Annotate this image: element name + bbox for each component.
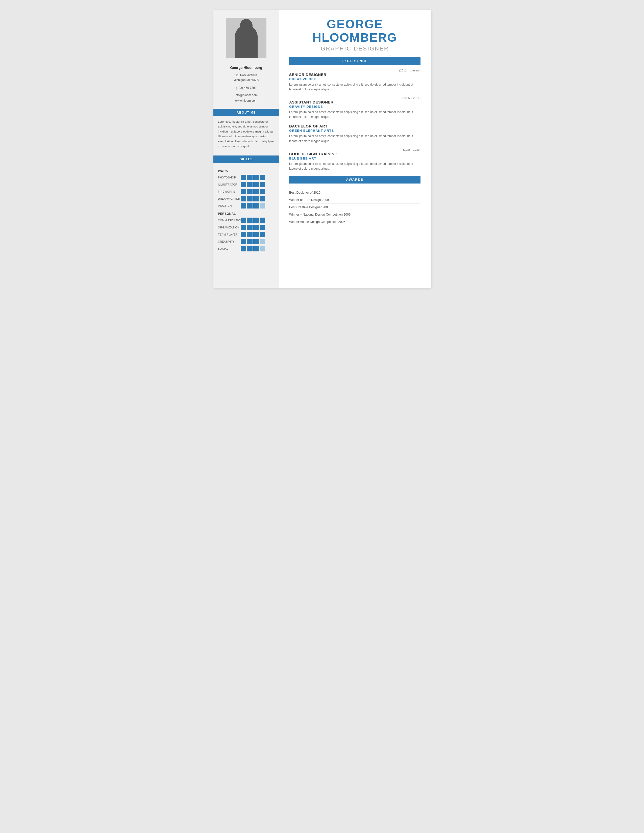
address-line1: 123 Park Avenue, bbox=[234, 74, 258, 77]
bar-filled bbox=[241, 246, 246, 251]
skill-bars bbox=[241, 246, 265, 251]
main-content: GEORGE HLOOMBERG GRAPHIC DESIGNER EXPERI… bbox=[279, 10, 431, 288]
skill-bars bbox=[241, 196, 265, 201]
skill-label: TEAM PLAYER bbox=[218, 233, 241, 236]
bar-filled bbox=[241, 225, 246, 230]
skill-label: INDESIGN bbox=[218, 204, 241, 207]
awards-list: Best Designer of 2010Winner of Euro Desi… bbox=[289, 188, 420, 227]
about-text: Loremipsumdolor sit amet, consectetur ad… bbox=[213, 116, 279, 152]
bar-filled bbox=[259, 182, 265, 187]
bar-filled bbox=[253, 189, 259, 195]
personal-skills: COMMUNICATIONORGANIZATIONTEAM PLAYERCREA… bbox=[218, 217, 275, 251]
skill-label: FIREWORKS bbox=[218, 190, 241, 193]
experience-item: BACHELOR OF ARTGREEN ELEPHANT ARTSLorem … bbox=[289, 124, 420, 143]
skill-bars bbox=[241, 217, 265, 223]
experience-title: COOL DESIGN TRAINING bbox=[289, 152, 420, 156]
award-item: Winner of Euro Design 2009 bbox=[289, 196, 420, 204]
skill-bars bbox=[241, 232, 265, 237]
experience-company: BLUE BEE ART bbox=[289, 156, 420, 160]
experience-list: (2011 – present)SENIOR DESIGNERCREATIVE … bbox=[289, 69, 420, 171]
sidebar-address: 123 Park Avenue, Michigan MI 60689 bbox=[228, 71, 264, 85]
bar-filled bbox=[247, 189, 253, 195]
experience-desc: Lorem ipsum dolor sit amet, consectetur … bbox=[289, 134, 420, 143]
bar-filled bbox=[253, 239, 259, 244]
skills-section: WORK PHOTOSHOPILLUSTRATORFIREWORKSDREAMW… bbox=[213, 163, 279, 253]
experience-item: (2011 – present)SENIOR DESIGNERCREATIVE … bbox=[289, 69, 420, 92]
skill-row: SOCIAL bbox=[218, 246, 275, 251]
experience-company: CREATIVE BEE bbox=[289, 77, 420, 81]
bar-filled bbox=[253, 246, 259, 251]
bar-filled bbox=[253, 232, 259, 237]
bar-filled bbox=[259, 189, 265, 195]
experience-date: (2011 – present) bbox=[289, 69, 420, 72]
main-last-name: HLOOMBERG bbox=[289, 31, 420, 44]
award-item: Winner – National Design Competition 200… bbox=[289, 211, 420, 218]
skill-row: PHOTOSHOP bbox=[218, 175, 275, 180]
skill-row: DREAMWEAVER bbox=[218, 196, 275, 201]
skill-label: COMMUNICATION bbox=[218, 219, 241, 222]
experience-company: GREEN ELEPHANT ARTS bbox=[289, 129, 420, 132]
skill-bars bbox=[241, 225, 265, 230]
skill-bars bbox=[241, 189, 265, 195]
experience-date: (1988 - 1989) bbox=[289, 148, 420, 151]
skill-row: CREATIVITY bbox=[218, 239, 275, 244]
avatar-silhouette bbox=[235, 25, 258, 58]
bar-filled bbox=[241, 175, 246, 180]
address-line2: Michigan MI 60689 bbox=[233, 78, 259, 82]
skill-row: COMMUNICATION bbox=[218, 217, 275, 223]
work-skills: PHOTOSHOPILLUSTRATORFIREWORKSDREAMWEAVER… bbox=[218, 175, 275, 209]
bar-filled bbox=[247, 182, 253, 187]
bar-filled bbox=[247, 225, 253, 230]
about-me-header: ABOUT ME bbox=[213, 109, 279, 116]
experience-title: ASSISTANT DESIGNER bbox=[289, 100, 420, 104]
skill-bars bbox=[241, 175, 265, 180]
experience-desc: Lorem ipsum dolor sit amet, consectetur … bbox=[289, 110, 420, 119]
bar-empty bbox=[259, 239, 265, 244]
bar-empty bbox=[259, 246, 265, 251]
experience-item: (2005 – 2011)ASSISTANT DESIGNERGRAVITY D… bbox=[289, 96, 420, 119]
bar-filled bbox=[247, 232, 253, 237]
resume-container: George Hloomberg 123 Park Avenue, Michig… bbox=[213, 10, 431, 288]
skill-bars bbox=[241, 203, 265, 209]
bar-filled bbox=[241, 203, 246, 209]
avatar bbox=[226, 18, 266, 58]
experience-header: EXPERIENCE bbox=[289, 57, 420, 65]
skill-label: CREATIVITY bbox=[218, 240, 241, 243]
skill-label: DREAMWEAVER bbox=[218, 197, 241, 200]
experience-item: (1988 - 1989)COOL DESIGN TRAININGBLUE BE… bbox=[289, 148, 420, 171]
award-item: Best Designer of 2010 bbox=[289, 189, 420, 196]
skill-label: PHOTOSHOP bbox=[218, 176, 241, 179]
skill-label: ORGANIZATION bbox=[218, 226, 241, 229]
bar-filled bbox=[241, 182, 246, 187]
award-item: Best Creative Designer 2008 bbox=[289, 204, 420, 211]
bar-filled bbox=[247, 196, 253, 201]
bar-filled bbox=[241, 239, 246, 244]
skill-row: INDESIGN bbox=[218, 203, 275, 209]
experience-desc: Lorem ipsum dolor sit amet, consectetur … bbox=[289, 162, 420, 171]
personal-category: PERSONAL bbox=[218, 212, 275, 215]
main-job-title: GRAPHIC DESIGNER bbox=[289, 45, 420, 52]
bar-filled bbox=[247, 203, 253, 209]
awards-header: AWARDS bbox=[289, 176, 420, 183]
sidebar: George Hloomberg 123 Park Avenue, Michig… bbox=[213, 10, 279, 288]
bar-filled bbox=[241, 217, 246, 223]
skill-label: ILLUSTRATOR bbox=[218, 183, 241, 186]
experience-title: BACHELOR OF ART bbox=[289, 124, 420, 128]
bar-filled bbox=[247, 217, 253, 223]
sidebar-email: info@hloom.com www.hloom.com bbox=[230, 91, 262, 105]
sidebar-name: George Hloomberg bbox=[225, 63, 267, 71]
bar-filled bbox=[253, 203, 259, 209]
bar-filled bbox=[253, 217, 259, 223]
bar-filled bbox=[253, 182, 259, 187]
skill-bars bbox=[241, 182, 265, 187]
skill-bars bbox=[241, 239, 265, 244]
bar-filled bbox=[259, 175, 265, 180]
bar-filled bbox=[253, 196, 259, 201]
bar-filled bbox=[241, 232, 246, 237]
skill-row: TEAM PLAYER bbox=[218, 232, 275, 237]
bar-filled bbox=[241, 196, 246, 201]
main-header: GEORGE HLOOMBERG GRAPHIC DESIGNER bbox=[289, 18, 420, 52]
website: www.hloom.com bbox=[235, 99, 257, 103]
experience-date: (2005 – 2011) bbox=[289, 96, 420, 100]
skills-header: SKILLS bbox=[213, 156, 279, 163]
